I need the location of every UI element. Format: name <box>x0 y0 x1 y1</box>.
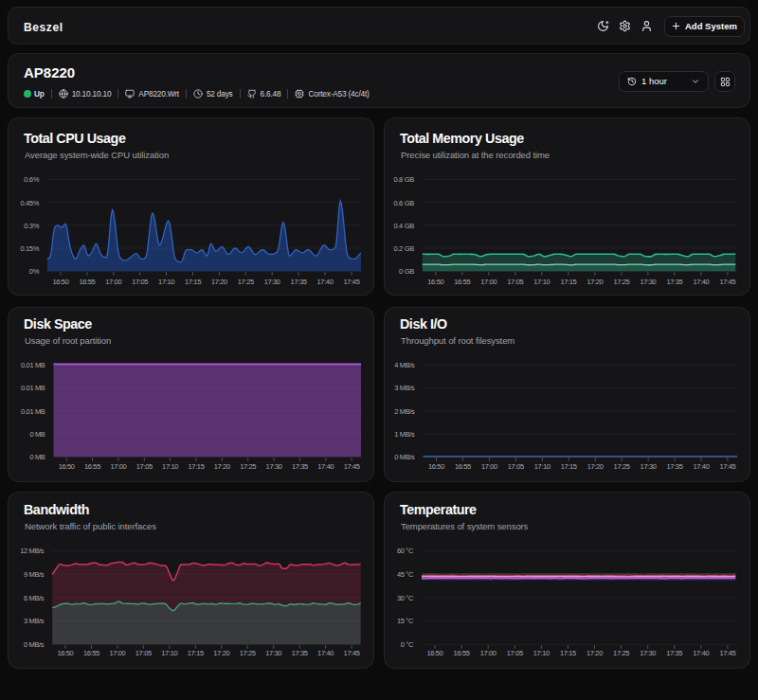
svg-text:3 MB/s: 3 MB/s <box>24 617 45 625</box>
svg-text:17:15: 17:15 <box>560 278 576 286</box>
svg-text:17:15: 17:15 <box>185 278 201 286</box>
svg-text:17:45: 17:45 <box>719 462 735 471</box>
svg-text:0 MB: 0 MB <box>29 453 45 461</box>
svg-text:17:25: 17:25 <box>240 649 256 657</box>
svg-text:17:35: 17:35 <box>666 462 682 471</box>
svg-text:16:55: 16:55 <box>79 278 95 286</box>
svg-text:0.15%: 0.15% <box>20 244 39 253</box>
svg-text:17:10: 17:10 <box>533 278 550 286</box>
svg-text:0.6%: 0.6% <box>24 175 39 184</box>
svg-text:30 °C: 30 °C <box>397 594 414 602</box>
svg-text:0.4 GB: 0.4 GB <box>394 222 415 230</box>
svg-text:17:15: 17:15 <box>561 462 577 471</box>
svg-text:17:05: 17:05 <box>507 649 523 657</box>
svg-text:0 GB: 0 GB <box>399 267 414 276</box>
svg-text:9 MB/s: 9 MB/s <box>24 570 45 579</box>
svg-text:17:00: 17:00 <box>480 278 496 286</box>
svg-text:17:40: 17:40 <box>693 278 709 286</box>
svg-text:17:40: 17:40 <box>693 649 709 657</box>
svg-text:17:35: 17:35 <box>292 462 308 471</box>
svg-text:17:20: 17:20 <box>587 462 604 471</box>
svg-text:45 °C: 45 °C <box>397 570 414 579</box>
svg-text:17:00: 17:00 <box>109 649 125 657</box>
svg-text:17:10: 17:10 <box>162 462 178 471</box>
svg-text:17:35: 17:35 <box>291 278 307 286</box>
svg-text:0.8 GB: 0.8 GB <box>394 175 415 184</box>
svg-text:0%: 0% <box>29 267 40 276</box>
svg-text:17:05: 17:05 <box>135 649 152 657</box>
svg-text:17:45: 17:45 <box>719 649 735 657</box>
svg-text:17:30: 17:30 <box>641 462 657 471</box>
svg-text:17:25: 17:25 <box>238 278 254 286</box>
svg-text:4 MB/s: 4 MB/s <box>394 361 415 369</box>
svg-text:17:40: 17:40 <box>316 278 333 286</box>
svg-text:0.01 MB: 0.01 MB <box>21 407 45 416</box>
svg-text:16:50: 16:50 <box>427 278 443 286</box>
svg-text:0 °C: 0 °C <box>401 640 414 649</box>
svg-text:17:30: 17:30 <box>640 278 656 286</box>
svg-text:17:35: 17:35 <box>666 278 682 286</box>
svg-text:17:40: 17:40 <box>317 462 334 471</box>
svg-text:17:30: 17:30 <box>266 462 282 471</box>
svg-text:17:20: 17:20 <box>587 278 603 286</box>
svg-text:17:15: 17:15 <box>188 462 204 471</box>
svg-text:16:55: 16:55 <box>454 278 470 286</box>
svg-text:16:55: 16:55 <box>455 462 471 471</box>
svg-text:15 °C: 15 °C <box>397 617 414 625</box>
svg-text:0.01 MB: 0.01 MB <box>21 361 45 369</box>
svg-text:0.3%: 0.3% <box>24 222 39 230</box>
svg-text:60 °C: 60 °C <box>397 547 414 555</box>
svg-text:0 MB/s: 0 MB/s <box>394 453 415 461</box>
svg-text:16:55: 16:55 <box>83 649 99 657</box>
svg-text:3 MB/s: 3 MB/s <box>394 384 415 392</box>
svg-text:0.6 GB: 0.6 GB <box>394 199 415 207</box>
svg-text:17:20: 17:20 <box>213 649 229 657</box>
svg-text:16:50: 16:50 <box>428 462 444 471</box>
svg-text:17:05: 17:05 <box>132 278 148 286</box>
svg-text:17:10: 17:10 <box>533 649 550 657</box>
svg-text:17:05: 17:05 <box>508 462 524 471</box>
svg-text:17:45: 17:45 <box>344 649 360 657</box>
svg-text:16:55: 16:55 <box>454 649 470 657</box>
svg-text:0.45%: 0.45% <box>20 199 39 207</box>
svg-text:0 MB: 0 MB <box>29 430 45 439</box>
svg-text:17:25: 17:25 <box>613 278 629 286</box>
svg-text:17:00: 17:00 <box>480 649 496 657</box>
svg-text:17:30: 17:30 <box>640 649 656 657</box>
svg-text:17:00: 17:00 <box>481 462 497 471</box>
svg-text:17:30: 17:30 <box>265 649 281 657</box>
svg-text:17:45: 17:45 <box>343 278 359 286</box>
svg-text:17:35: 17:35 <box>666 649 682 657</box>
svg-text:17:30: 17:30 <box>264 278 280 286</box>
svg-text:17:15: 17:15 <box>560 649 576 657</box>
svg-text:16:50: 16:50 <box>52 278 68 286</box>
svg-text:17:10: 17:10 <box>534 462 550 471</box>
svg-text:17:10: 17:10 <box>161 649 177 657</box>
svg-text:17:00: 17:00 <box>105 278 121 286</box>
svg-text:17:40: 17:40 <box>317 649 334 657</box>
svg-text:17:45: 17:45 <box>719 278 735 286</box>
svg-text:16:55: 16:55 <box>84 462 100 471</box>
svg-text:0.01 MB: 0.01 MB <box>21 384 45 392</box>
svg-text:16:50: 16:50 <box>426 649 442 657</box>
svg-text:12 MB/s: 12 MB/s <box>20 547 45 555</box>
svg-text:16:50: 16:50 <box>57 649 73 657</box>
svg-text:17:45: 17:45 <box>344 462 360 471</box>
svg-text:17:05: 17:05 <box>136 462 153 471</box>
svg-text:17:10: 17:10 <box>158 278 174 286</box>
svg-text:16:50: 16:50 <box>59 462 75 471</box>
svg-text:17:20: 17:20 <box>214 462 230 471</box>
svg-text:17:25: 17:25 <box>613 649 629 657</box>
svg-text:17:20: 17:20 <box>587 649 603 657</box>
svg-text:6 MB/s: 6 MB/s <box>24 594 45 602</box>
svg-text:17:25: 17:25 <box>614 462 630 471</box>
svg-text:17:35: 17:35 <box>292 649 308 657</box>
svg-text:17:40: 17:40 <box>693 462 709 471</box>
svg-text:1 MB/s: 1 MB/s <box>394 430 415 439</box>
svg-text:17:25: 17:25 <box>240 462 256 471</box>
svg-text:0 MB/s: 0 MB/s <box>24 640 45 649</box>
svg-text:17:20: 17:20 <box>211 278 227 286</box>
svg-text:17:00: 17:00 <box>110 462 126 471</box>
svg-text:17:05: 17:05 <box>507 278 523 286</box>
svg-text:2 MB/s: 2 MB/s <box>394 407 415 416</box>
